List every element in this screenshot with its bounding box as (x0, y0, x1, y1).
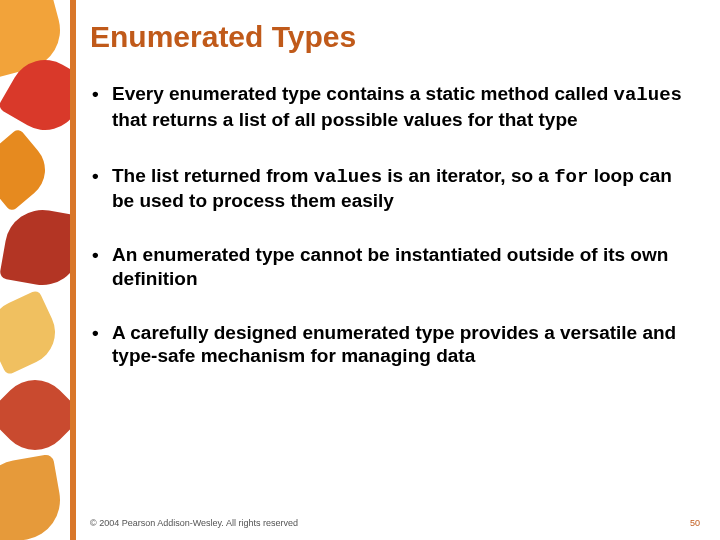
bullet-text: Every enumerated type contains a static … (112, 83, 614, 104)
bullet-item: The list returned from values is an iter… (90, 164, 690, 214)
leaf-decoration (0, 204, 70, 291)
leaf-decoration (0, 289, 66, 375)
leaf-decoration (0, 454, 66, 540)
decorative-sidebar (0, 0, 70, 540)
bullet-item: Every enumerated type contains a static … (90, 82, 690, 134)
bullet-text: The list returned from (112, 165, 314, 186)
code-text: values (614, 84, 682, 106)
vertical-stripe (70, 0, 76, 540)
bullet-list: Every enumerated type contains a static … (90, 82, 690, 368)
leaf-decoration (0, 366, 70, 465)
bullet-text: An enumerated type cannot be instantiate… (112, 244, 668, 289)
bullet-text: A carefully designed enumerated type pro… (112, 322, 676, 367)
bullet-item: A carefully designed enumerated type pro… (90, 321, 690, 369)
slide-content: Enumerated Types Every enumerated type c… (90, 20, 690, 398)
code-text: for (554, 166, 588, 188)
leaf-decoration (0, 128, 57, 213)
bullet-text: is an iterator, so a (382, 165, 554, 186)
code-text: values (314, 166, 382, 188)
page-number: 50 (690, 518, 700, 528)
slide-title: Enumerated Types (90, 20, 690, 54)
bullet-text: that returns a list of all possible valu… (112, 109, 578, 130)
copyright-text: © 2004 Pearson Addison-Wesley. All right… (90, 518, 298, 528)
bullet-item: An enumerated type cannot be instantiate… (90, 243, 690, 291)
slide-footer: © 2004 Pearson Addison-Wesley. All right… (90, 518, 700, 528)
